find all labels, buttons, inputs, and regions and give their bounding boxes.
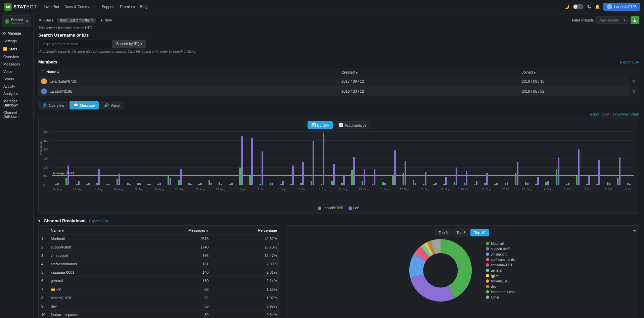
bar[interactable] (149, 184, 151, 185)
trash-icon[interactable]: 🗑 (629, 76, 639, 86)
table-row[interactable]: 2support-staff174028.70% (39, 243, 280, 252)
bar[interactable] (362, 181, 363, 185)
bar[interactable] (535, 184, 537, 185)
bar[interactable] (157, 184, 159, 185)
bar[interactable] (200, 183, 202, 185)
bar[interactable] (333, 164, 335, 185)
bar[interactable] (282, 181, 284, 185)
sidebar-item[interactable]: Member Drilldown (0, 97, 33, 109)
bar[interactable] (127, 183, 129, 185)
table-row[interactable]: Landolf#01952016 / 03 / 122018 / 05 / 02… (38, 86, 639, 96)
logo[interactable]: SB STATBOT (4, 3, 37, 11)
time-filter-pill[interactable]: Time: Last 2 months ✎ (57, 18, 96, 23)
bar[interactable] (311, 181, 312, 185)
legend-item[interactable]: 🖊-support (486, 252, 515, 257)
bar[interactable] (607, 182, 608, 185)
legend-item[interactable]: hirikari-1310 (486, 279, 515, 283)
bar[interactable] (547, 181, 549, 185)
bar[interactable] (86, 184, 88, 185)
bar[interactable] (88, 183, 90, 185)
bar[interactable] (474, 184, 475, 185)
breakdown-export-link[interactable]: Export CSV (89, 219, 108, 223)
bar[interactable] (188, 183, 190, 185)
bar[interactable] (598, 160, 600, 185)
bar[interactable] (496, 183, 498, 185)
chart-export-link[interactable]: Export CSV (590, 112, 609, 116)
add-filter-button[interactable]: ＋ New (100, 18, 112, 23)
bar[interactable] (321, 184, 322, 185)
bar[interactable] (372, 184, 373, 185)
save-preset-button[interactable]: 💾 (631, 16, 639, 24)
bar[interactable] (384, 183, 386, 185)
sidebar-item[interactable]: Status (0, 75, 33, 83)
col-created[interactable]: Created (341, 70, 355, 74)
bar[interactable] (290, 184, 292, 185)
sidebar-item[interactable]: Voice (0, 68, 33, 75)
bar[interactable] (556, 169, 557, 185)
bar[interactable] (272, 183, 273, 185)
bar[interactable] (484, 183, 486, 185)
bell-icon[interactable]: 🔔 (595, 4, 600, 9)
bar[interactable] (270, 183, 271, 185)
donut-slice[interactable] (425, 250, 428, 252)
bar[interactable] (190, 184, 192, 185)
bar[interactable] (231, 183, 233, 185)
top-toggle-button[interactable]: Top 5 (453, 229, 469, 236)
sidebar-item[interactable]: Activity (0, 83, 33, 90)
bar[interactable] (178, 180, 180, 185)
bar[interactable] (262, 151, 263, 185)
bar[interactable] (249, 176, 251, 185)
bar[interactable] (198, 184, 200, 185)
bar[interactable] (558, 157, 559, 185)
legend-item[interactable]: staff-commands (486, 257, 515, 262)
table-row[interactable]: Lela (Lela#0718)2017 / 09 / 122018 / 09 … (38, 76, 639, 86)
col-joined[interactable]: Joined (522, 70, 533, 74)
legend-item[interactable]: support-staff (486, 246, 515, 251)
bar[interactable] (413, 180, 414, 185)
bar[interactable] (168, 175, 169, 185)
bar[interactable] (578, 149, 580, 185)
filter-icon[interactable]: ☰ (41, 70, 44, 74)
donut-slice[interactable] (420, 254, 422, 258)
bar[interactable] (239, 168, 241, 185)
bar[interactable] (464, 183, 465, 185)
chart-download-link[interactable]: Download Chart (613, 112, 639, 116)
bar[interactable] (170, 178, 171, 185)
bar[interactable] (443, 184, 445, 185)
topnav-link[interactable]: Blog (140, 5, 147, 9)
bar[interactable] (55, 184, 57, 185)
theme-toggle[interactable] (573, 4, 584, 9)
bar[interactable] (456, 168, 457, 185)
donut-slice[interactable] (441, 246, 465, 292)
bar[interactable] (219, 182, 220, 185)
bar[interactable] (382, 182, 384, 185)
bar[interactable] (568, 183, 569, 185)
bar[interactable] (209, 180, 210, 185)
bar[interactable] (505, 183, 506, 185)
bar[interactable] (129, 184, 131, 185)
tab-overview[interactable]: 👤Overview (38, 101, 68, 109)
trash-icon[interactable]: 🗑 (629, 86, 639, 96)
legend-item[interactable]: dev (486, 284, 515, 289)
legend-item[interactable]: 👑-vip (486, 273, 515, 278)
top-toggle-button[interactable]: Top 10 (470, 229, 489, 236)
bar[interactable] (280, 184, 282, 185)
table-row[interactable]: 10feature-requests390.64% (39, 311, 280, 318)
bar[interactable] (106, 184, 108, 185)
bar[interactable] (415, 183, 416, 185)
bar[interactable] (229, 184, 231, 185)
bar[interactable] (609, 183, 610, 185)
table-row[interactable]: 9dev560.92% (39, 302, 280, 311)
bar[interactable] (445, 177, 447, 185)
bar[interactable] (323, 133, 324, 185)
table-row[interactable]: 4staff-commands1812.99% (39, 260, 280, 268)
bar[interactable] (57, 183, 59, 185)
col-name[interactable]: Name (51, 228, 60, 232)
donut-slice[interactable] (428, 249, 429, 250)
bar[interactable] (525, 182, 526, 185)
topnav-link[interactable]: Support (102, 5, 115, 9)
legend-item[interactable]: feature-requests (486, 289, 515, 294)
bar[interactable] (476, 181, 477, 185)
bar[interactable] (159, 183, 161, 185)
tab-message[interactable]: 💬Message (70, 101, 99, 109)
